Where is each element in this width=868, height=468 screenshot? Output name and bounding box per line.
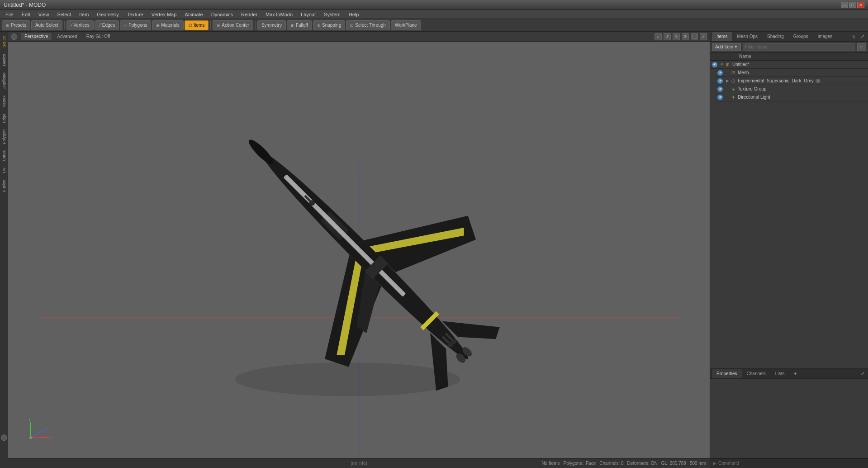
vp-rotate-button[interactable]: ↺ [664, 33, 671, 40]
menu-vertex-map[interactable]: Vertex Map [148, 11, 180, 18]
item-label-texture-group: Texture Group [738, 86, 766, 91]
menu-maxtomodo[interactable]: MaxToModo [262, 11, 296, 18]
workplane-button[interactable]: WorkPlane [391, 20, 421, 30]
sidebar-tab-edge[interactable]: Edge [1, 111, 7, 126]
toolbar: ⊞ Presets Auto Select • Vertices ╱ Edges… [0, 19, 868, 32]
edges-icon: ╱ [99, 23, 101, 28]
menu-animate[interactable]: Animate [181, 11, 206, 18]
bottom-tab-properties[interactable]: Properties [712, 369, 742, 378]
presets-button[interactable]: ⊞ Presets [2, 20, 30, 30]
status-channels: Channels: 0 [599, 461, 623, 466]
falloff-button[interactable]: ◐ Falloff [287, 20, 312, 30]
item-icon-exp: ⬡ [730, 78, 736, 84]
bottom-expand-button[interactable]: ⤢ [859, 371, 866, 376]
polygons-button[interactable]: ◇ Polygons [120, 20, 151, 30]
sidebar-tab-fusion[interactable]: Fusion [1, 177, 7, 195]
add-item-dropdown-icon: ▼ [734, 45, 738, 49]
menu-dynamics[interactable]: Dynamics [208, 11, 237, 18]
vp-settings-button[interactable]: ⚙ [682, 33, 689, 40]
item-row-mesh[interactable]: 👁 ☑ Mesh [716, 69, 868, 77]
viewport-tab-advanced[interactable]: Advanced [53, 33, 81, 40]
sidebar-tab-vertex[interactable]: Vertex [1, 93, 7, 110]
scene-icon: ⊞ [725, 62, 731, 68]
panel-tab-groups[interactable]: Groups [789, 32, 813, 41]
menu-system[interactable]: System [320, 11, 344, 18]
main-layout: Sculpt Basics Duplicate Vertex Edge Poly… [0, 32, 868, 468]
auto-select-button[interactable]: Auto Select [31, 20, 62, 30]
materials-button[interactable]: ◉ Materials [152, 20, 184, 30]
texture-icon: ◈ [730, 86, 736, 92]
panel-tab-mesh-ops[interactable]: Mesh Ops [732, 32, 762, 41]
viewport-tab-raygl[interactable]: Ray GL: Off [83, 33, 114, 40]
toolbar-sep-1 [64, 21, 65, 29]
sidebar-tab-basics[interactable]: Basics [1, 51, 7, 69]
viewport-menu-button[interactable] [11, 33, 17, 40]
svg-point-41 [29, 436, 32, 439]
bottom-tab-channels[interactable]: Channels [742, 369, 770, 378]
viewport-tab-perspective[interactable]: Perspective [21, 33, 52, 40]
menu-bar: File Edit View Select Item Geometry Text… [0, 10, 868, 19]
action-center-button[interactable]: ⊕ Action Center [213, 20, 253, 30]
viewport-status: (no info) No Items Polygons : Face Chann… [8, 458, 710, 468]
menu-file[interactable]: File [2, 11, 17, 18]
bottom-tab-lists[interactable]: Lists [771, 369, 789, 378]
panel-tab-items[interactable]: Items [712, 32, 732, 41]
menu-item[interactable]: Item [76, 11, 92, 18]
svg-point-34 [235, 363, 460, 396]
symmetry-button[interactable]: Symmetry [257, 20, 286, 30]
window-controls: — □ ✕ [841, 2, 864, 8]
filter-items-input[interactable] [743, 43, 855, 51]
vertices-button[interactable]: • Vertices [66, 20, 94, 30]
sidebar-tab-sculpt[interactable]: Sculpt [1, 33, 7, 50]
viewport-controls: ⌂ ↺ ⊕ ⚙ ⛶ ⤢ [655, 33, 707, 40]
items-icon: ⬡ [189, 23, 192, 28]
items-panel: Add Item ▼ F Name 👁 ▼ ⊞ [710, 42, 868, 368]
expand-untitled[interactable]: ▼ [719, 62, 725, 67]
menu-select[interactable]: Select [53, 11, 75, 18]
menu-geometry[interactable]: Geometry [93, 11, 122, 18]
item-row-directional-light[interactable]: 👁 ☀ Directional Light [716, 93, 868, 101]
edges-button[interactable]: ╱ Edges [95, 20, 119, 30]
filter-options-button[interactable]: F [857, 43, 866, 51]
small-circle-button[interactable] [1, 435, 7, 441]
command-input[interactable] [718, 461, 865, 466]
vp-home-button[interactable]: ⌂ [655, 33, 662, 40]
item-label-directional-light: Directional Light [738, 95, 770, 100]
presets-icon: ⊞ [6, 23, 9, 28]
vp-fullscreen-button[interactable]: ⤢ [700, 33, 707, 40]
panel-expand-button[interactable]: ⤢ [859, 34, 866, 39]
axis-indicator: Z X Y [26, 417, 53, 444]
viewport-canvas[interactable]: Z X Y [8, 42, 710, 458]
menu-texture[interactable]: Texture [123, 11, 147, 18]
minimize-button[interactable]: — [841, 2, 848, 8]
menu-help[interactable]: Help [345, 11, 363, 18]
menu-layout[interactable]: Layout [297, 11, 319, 18]
right-panel-tabs: Items Mesh Ops Shading Groups Images + ⤢ [710, 32, 868, 42]
menu-view[interactable]: View [35, 11, 53, 18]
maximize-button[interactable]: □ [849, 2, 856, 8]
sidebar-tab-polygon[interactable]: Polygon [1, 127, 7, 147]
item-label-mesh: Mesh [738, 70, 749, 75]
panel-tab-shading[interactable]: Shading [763, 32, 788, 41]
menu-render[interactable]: Render [237, 11, 261, 18]
items-button[interactable]: ⬡ Items [185, 20, 209, 30]
sidebar-tab-uv[interactable]: UV [1, 165, 7, 176]
close-button[interactable]: ✕ [857, 2, 864, 8]
item-row-untitled[interactable]: 👁 ▼ ⊞ Untitled* [710, 61, 868, 69]
bottom-tab-add[interactable]: + [789, 369, 801, 378]
item-row-texture-group[interactable]: 👁 ◈ Texture Group [716, 85, 868, 93]
menu-edit[interactable]: Edit [18, 11, 34, 18]
sidebar-tab-duplicate[interactable]: Duplicate [1, 70, 7, 92]
polygons-icon: ◇ [124, 23, 127, 28]
sidebar-tab-curve[interactable]: Curve [1, 148, 7, 164]
item-row-experimental[interactable]: 👁 ▶ ⬡ Experimental_Supersonic_Dark_Grey … [716, 77, 868, 85]
panel-tab-add[interactable]: + [849, 33, 859, 40]
panel-tab-images[interactable]: Images [813, 32, 837, 41]
snapping-button[interactable]: ⊛ Snapping [313, 20, 345, 30]
expand-experimental[interactable]: ▶ [725, 78, 730, 84]
vertices-icon: • [71, 23, 72, 28]
select-through-button[interactable]: ⊡ Select Through [346, 20, 390, 30]
vp-expand-button[interactable]: ⛶ [691, 33, 698, 40]
add-item-button[interactable]: Add Item ▼ [712, 43, 741, 51]
vp-zoom-button[interactable]: ⊕ [673, 33, 680, 40]
